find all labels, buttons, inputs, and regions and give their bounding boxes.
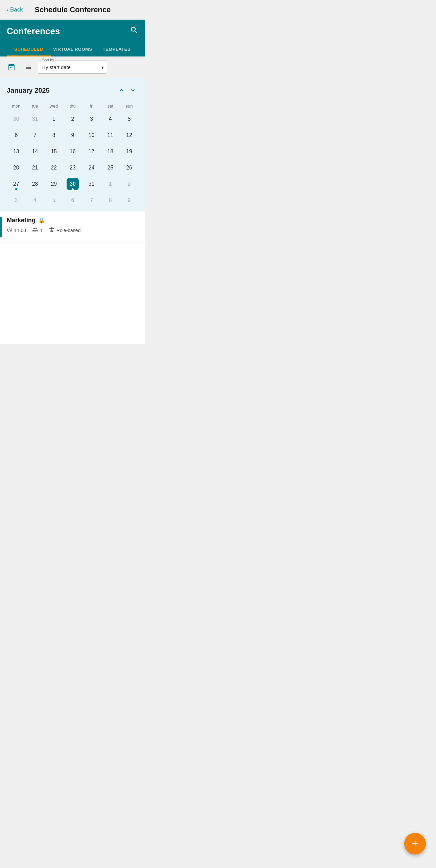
- item-title-row: Marketing 🔒: [7, 217, 140, 224]
- calendar-day-7-w1[interactable]: 7: [26, 128, 45, 143]
- calendar-day-headers: mon tue wed thu fri sat sun: [7, 102, 139, 110]
- meta-participants: 1: [32, 227, 43, 234]
- calendar-day-15-w2[interactable]: 15: [44, 144, 63, 159]
- remaining-space: [0, 243, 145, 344]
- calendar-day-8-w5[interactable]: 8: [101, 192, 120, 208]
- calendar-day-9-w5[interactable]: 9: [120, 192, 139, 208]
- item-content: Marketing 🔒 11:00 1: [7, 217, 140, 237]
- calendar-prev-button[interactable]: [116, 85, 127, 96]
- calendar-section: January 2025 mon tue wed thu fri sat sun…: [0, 78, 145, 211]
- calendar-day-26-w3[interactable]: 26: [120, 160, 139, 176]
- tab-scheduled[interactable]: SCHEDULED: [7, 42, 51, 56]
- sort-label: Sort by: [41, 58, 55, 62]
- tabs-bar: SCHEDULED VIRTUAL ROOMS TEMPLATES: [7, 42, 139, 56]
- conference-list: Marketing 🔒 11:00 1: [0, 211, 145, 243]
- calendar-day-2-w4[interactable]: 2: [120, 176, 139, 192]
- calendar-day-1[interactable]: 1: [44, 111, 63, 127]
- calendar-day-25-w3[interactable]: 25: [101, 160, 120, 176]
- back-button[interactable]: ‹ Back: [7, 6, 23, 14]
- calendar-view-button[interactable]: [5, 61, 18, 73]
- meta-time-value: 11:00: [14, 228, 26, 233]
- sort-arrow-icon: ▾: [101, 65, 104, 70]
- calendar-day-4-w5[interactable]: 4: [26, 192, 45, 208]
- calendar-day-24-w3[interactable]: 24: [82, 160, 101, 176]
- calendar-day-31-w4[interactable]: 31: [82, 176, 101, 192]
- role-icon: [49, 227, 55, 234]
- calendar-day-22-w3[interactable]: 22: [44, 160, 63, 176]
- day-header-thu: thu: [63, 102, 82, 110]
- day-header-sat: sat: [101, 102, 120, 110]
- meta-participants-value: 1: [40, 228, 43, 233]
- day-header-tue: tue: [26, 102, 45, 110]
- calendar-day-6-w1[interactable]: 6: [7, 128, 26, 143]
- page-title: Schedule Conference: [35, 5, 111, 14]
- day-header-sun: sun: [120, 102, 139, 110]
- calendar-day-17-w2[interactable]: 17: [82, 144, 101, 159]
- day-header-mon: mon: [7, 102, 26, 110]
- calendar-day-2[interactable]: 2: [63, 111, 82, 127]
- calendar-day-19-w2[interactable]: 19: [120, 144, 139, 159]
- calendar-day-5[interactable]: 5: [120, 111, 139, 127]
- calendar-day-18-w2[interactable]: 18: [101, 144, 120, 159]
- meta-type-value: Role-based: [56, 228, 81, 233]
- conference-item[interactable]: Marketing 🔒 11:00 1: [0, 211, 145, 243]
- list-view-button[interactable]: [22, 61, 34, 73]
- sort-dropdown[interactable]: Sort by By start date ▾: [38, 61, 107, 74]
- meta-time: 11:00: [7, 227, 26, 234]
- calendar-day-21-w3[interactable]: 21: [26, 160, 45, 176]
- calendar-grid: 3031123456789101112131415161718192021222…: [7, 111, 139, 208]
- calendar-day-13-w2[interactable]: 13: [7, 144, 26, 159]
- item-accent-bar: [0, 217, 2, 237]
- tab-templates[interactable]: TEMPLATES: [95, 42, 139, 56]
- participants-icon: [32, 227, 38, 234]
- calendar-day-30[interactable]: 30: [7, 111, 26, 127]
- calendar-day-3[interactable]: 3: [82, 111, 101, 127]
- toolbar: Sort by By start date ▾: [0, 56, 145, 78]
- calendar-day-12-w1[interactable]: 12: [120, 128, 139, 143]
- calendar-day-31[interactable]: 31: [26, 111, 45, 127]
- calendar-day-1-w4[interactable]: 1: [101, 176, 120, 192]
- back-chevron-icon: ‹: [7, 6, 9, 14]
- calendar-day-6-w5[interactable]: 6: [63, 192, 82, 208]
- calendar-next-button[interactable]: [127, 85, 139, 96]
- item-title: Marketing: [7, 217, 35, 224]
- tab-virtual-rooms[interactable]: VIRTUAL ROOMS: [51, 42, 95, 56]
- calendar-day-10-w1[interactable]: 10: [82, 128, 101, 143]
- calendar-day-28-w4[interactable]: 28: [26, 176, 45, 192]
- search-icon[interactable]: [130, 26, 139, 37]
- calendar-day-20-w3[interactable]: 20: [7, 160, 26, 176]
- calendar-header: January 2025: [7, 85, 139, 96]
- top-nav: ‹ Back Schedule Conference: [0, 0, 145, 20]
- calendar-day-16-w2[interactable]: 16: [63, 144, 82, 159]
- header-title: Conferences: [7, 26, 60, 37]
- calendar-day-23-w3[interactable]: 23: [63, 160, 82, 176]
- calendar-day-7-w5[interactable]: 7: [82, 192, 101, 208]
- calendar-month-year: January 2025: [7, 87, 116, 94]
- calendar-day-5-w5[interactable]: 5: [44, 192, 63, 208]
- calendar-day-4[interactable]: 4: [101, 111, 120, 127]
- calendar-day-27-w4[interactable]: 27: [7, 176, 26, 192]
- calendar-day-9-w1[interactable]: 9: [63, 128, 82, 143]
- header-top: Conferences: [7, 26, 139, 37]
- calendar-day-11-w1[interactable]: 11: [101, 128, 120, 143]
- clock-icon: [7, 227, 13, 234]
- calendar-day-8-w1[interactable]: 8: [44, 128, 63, 143]
- calendar-day-14-w2[interactable]: 14: [26, 144, 45, 159]
- lock-icon: 🔒: [38, 217, 45, 224]
- day-header-fri: fri: [82, 102, 101, 110]
- item-meta: 11:00 1 Role-based: [7, 227, 140, 234]
- calendar-day-29-w4[interactable]: 29: [44, 176, 63, 192]
- calendar-day-3-w5[interactable]: 3: [7, 192, 26, 208]
- day-header-wed: wed: [44, 102, 63, 110]
- meta-type: Role-based: [49, 227, 81, 234]
- header-bar: Conferences SCHEDULED VIRTUAL ROOMS TEMP…: [0, 20, 145, 56]
- calendar-day-30-w4[interactable]: 30: [63, 176, 82, 192]
- back-label: Back: [10, 6, 23, 13]
- sort-value: By start date: [38, 61, 107, 74]
